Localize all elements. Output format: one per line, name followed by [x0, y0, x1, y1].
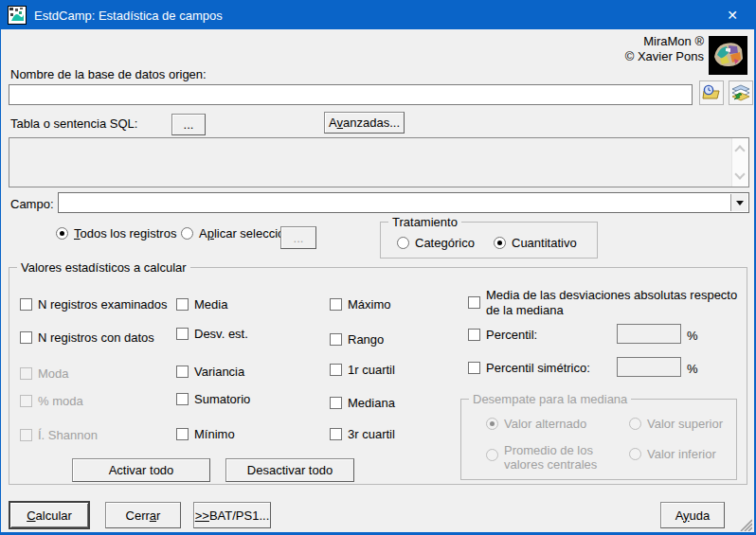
- folder-clock-icon: [702, 84, 721, 101]
- checkbox-desv-est[interactable]: Desv. est.: [176, 328, 248, 341]
- brand-line2: © Xavier Pons: [625, 49, 704, 64]
- radio-quantitative[interactable]: Cuantitativo: [494, 237, 577, 250]
- percentil-simetrico-unit: %: [687, 362, 698, 376]
- checkbox-pct-moda: % moda: [20, 395, 83, 408]
- close-dialog-button[interactable]: Cerrar: [105, 502, 181, 528]
- checkbox-mad[interactable]: Media de las desviaciones absolutas resp…: [468, 288, 753, 318]
- percentil-unit: %: [687, 329, 698, 343]
- source-db-input[interactable]: [9, 84, 693, 105]
- checkbox-media[interactable]: Media: [176, 298, 227, 312]
- advanced-button[interactable]: Avanzadas...: [324, 112, 405, 134]
- checkbox-i-shannon: Í. Shannon: [20, 429, 98, 442]
- brand-text: MiraMon ® © Xavier Pons: [625, 34, 704, 64]
- x-icon: ✕: [727, 8, 738, 23]
- chevron-up-icon: [734, 145, 745, 155]
- deactivate-all-button[interactable]: Desactivar todo: [225, 458, 354, 482]
- source-db-label: Nombre de la base de datos origen:: [10, 67, 207, 81]
- sql-browse-button[interactable]: ...: [171, 114, 206, 135]
- sql-scrollbar[interactable]: [731, 138, 748, 187]
- recent-db-button[interactable]: [699, 80, 724, 105]
- bat-ps1-button[interactable]: >>BAT/PS1...: [193, 502, 271, 528]
- checkbox-3r-cuartil[interactable]: 3r cuartil: [330, 428, 395, 441]
- stats-title: Valores estadísticos a calcular: [17, 260, 190, 275]
- chevron-down-icon: [734, 169, 745, 179]
- brand-line1: MiraMon ®: [625, 34, 704, 49]
- close-button[interactable]: ✕: [711, 1, 754, 29]
- window-title: EstdCamp: Estadística de campos: [34, 9, 223, 23]
- checkbox-minimo[interactable]: Mínimo: [176, 428, 235, 441]
- selection-browse-button: ...: [280, 226, 316, 249]
- percentil-input[interactable]: [617, 324, 681, 344]
- treatment-title: Tratamiento: [388, 215, 461, 229]
- combo-dropdown-button[interactable]: [730, 194, 747, 211]
- tiebreak-title: Desempate para la mediana: [469, 392, 631, 406]
- open-db-button[interactable]: [729, 80, 753, 105]
- radio-all-records[interactable]: Todos los registros: [56, 227, 176, 241]
- calculate-button[interactable]: Calcular: [9, 501, 90, 529]
- resize-grip[interactable]: [738, 517, 752, 531]
- percentil-simetrico-input[interactable]: [617, 357, 681, 377]
- checkbox-moda: Moda: [20, 367, 69, 381]
- chevron-down-icon: [736, 201, 744, 205]
- checkbox-maximo[interactable]: Máximo: [330, 298, 391, 312]
- radio-valor-superior: Valor superior: [629, 418, 723, 431]
- sql-label: Tabla o sentencia SQL:: [10, 116, 137, 131]
- radio-valor-inferior: Valor inferior: [629, 448, 716, 461]
- checkbox-percentil[interactable]: Percentil:: [468, 329, 537, 342]
- checkbox-percentil-simetrico[interactable]: Percentil simétrico:: [468, 362, 590, 375]
- layers-arrow-icon: [731, 84, 750, 101]
- checkbox-1r-cuartil[interactable]: 1r cuartil: [330, 364, 395, 377]
- radio-promedio-centrales: Promedio de los valores centrales: [486, 443, 620, 472]
- field-label: Campo:: [10, 197, 54, 211]
- checkbox-n-registros-con-datos[interactable]: N registros con datos: [20, 331, 154, 345]
- radio-categorical[interactable]: Categórico: [397, 237, 475, 250]
- radio-valor-alternado: Valor alternado: [486, 418, 586, 431]
- title-bar: EstdCamp: Estadística de campos ✕: [1, 1, 754, 29]
- miramon-logo: [709, 36, 747, 75]
- activate-all-button[interactable]: Activar todo: [72, 458, 210, 482]
- checkbox-rango[interactable]: Rango: [330, 333, 384, 347]
- radio-apply-selection[interactable]: Aplicar selección:: [181, 227, 295, 241]
- miramon-app-icon: [8, 6, 27, 25]
- checkbox-mediana[interactable]: Mediana: [330, 397, 395, 410]
- help-button[interactable]: Ayuda: [660, 502, 725, 528]
- checkbox-n-registros-examinados[interactable]: N registros examinados: [20, 298, 168, 312]
- checkbox-variancia[interactable]: Variancia: [176, 366, 244, 379]
- checkbox-sumatorio[interactable]: Sumatorio: [176, 393, 250, 406]
- estdcamp-dialog: EstdCamp: Estadística de campos ✕ MiraMo…: [0, 0, 756, 535]
- sql-textarea[interactable]: [9, 137, 749, 187]
- field-combobox[interactable]: [58, 192, 749, 213]
